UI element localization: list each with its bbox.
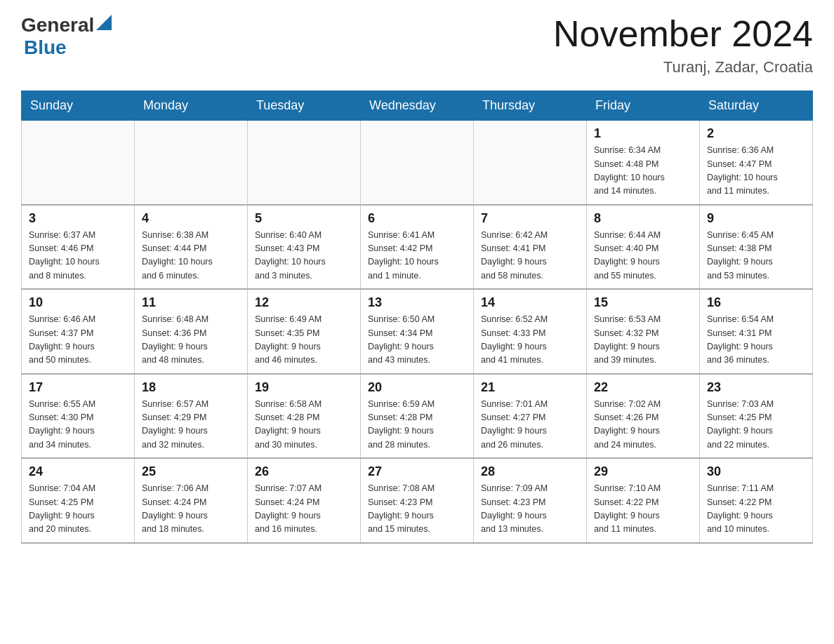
day-number: 23: [707, 380, 805, 395]
day-number: 4: [142, 211, 240, 226]
calendar-cell: [135, 121, 248, 205]
calendar-cell: 25Sunrise: 7:06 AMSunset: 4:24 PMDayligh…: [135, 458, 248, 543]
calendar-cell: 20Sunrise: 6:59 AMSunset: 4:28 PMDayligh…: [361, 374, 474, 459]
day-info: Sunrise: 6:50 AMSunset: 4:34 PMDaylight:…: [368, 313, 466, 368]
calendar-cell: 5Sunrise: 6:40 AMSunset: 4:43 PMDaylight…: [248, 205, 361, 290]
day-number: 19: [255, 380, 353, 395]
day-info: Sunrise: 6:38 AMSunset: 4:44 PMDaylight:…: [142, 229, 240, 283]
calendar-cell: 16Sunrise: 6:54 AMSunset: 4:31 PMDayligh…: [700, 289, 813, 374]
calendar-cell: 8Sunrise: 6:44 AMSunset: 4:40 PMDaylight…: [587, 205, 700, 290]
calendar-cell: [22, 121, 135, 205]
day-number: 18: [142, 380, 240, 395]
day-number: 11: [142, 295, 240, 310]
col-header-friday: Friday: [587, 91, 700, 121]
day-info: Sunrise: 6:55 AMSunset: 4:30 PMDaylight:…: [29, 398, 127, 452]
day-info: Sunrise: 7:09 AMSunset: 4:23 PMDaylight:…: [481, 482, 579, 537]
day-number: 20: [368, 380, 466, 395]
day-info: Sunrise: 7:08 AMSunset: 4:23 PMDaylight:…: [368, 482, 466, 537]
day-number: 13: [368, 295, 466, 310]
day-number: 17: [29, 380, 127, 395]
week-row-4: 17Sunrise: 6:55 AMSunset: 4:30 PMDayligh…: [22, 374, 813, 459]
calendar-cell: 22Sunrise: 7:02 AMSunset: 4:26 PMDayligh…: [587, 374, 700, 459]
col-header-monday: Monday: [135, 91, 248, 121]
calendar-cell: 1Sunrise: 6:34 AMSunset: 4:48 PMDaylight…: [587, 121, 700, 205]
week-row-1: 1Sunrise: 6:34 AMSunset: 4:48 PMDaylight…: [22, 121, 813, 205]
calendar-cell: 28Sunrise: 7:09 AMSunset: 4:23 PMDayligh…: [474, 458, 587, 543]
calendar-cell: [361, 121, 474, 205]
day-info: Sunrise: 6:37 AMSunset: 4:46 PMDaylight:…: [29, 229, 127, 283]
calendar-cell: 17Sunrise: 6:55 AMSunset: 4:30 PMDayligh…: [22, 374, 135, 459]
day-number: 1: [594, 126, 692, 141]
title-block: November 2024 Turanj, Zadar, Croatia: [553, 14, 813, 76]
col-header-sunday: Sunday: [22, 91, 135, 121]
week-row-3: 10Sunrise: 6:46 AMSunset: 4:37 PMDayligh…: [22, 289, 813, 374]
day-number: 24: [29, 464, 127, 479]
logo-triangle-icon: [96, 15, 112, 30]
day-info: Sunrise: 6:41 AMSunset: 4:42 PMDaylight:…: [368, 229, 466, 283]
day-info: Sunrise: 6:49 AMSunset: 4:35 PMDaylight:…: [255, 313, 353, 368]
day-number: 3: [29, 211, 127, 226]
calendar-cell: 30Sunrise: 7:11 AMSunset: 4:22 PMDayligh…: [700, 458, 813, 543]
calendar-cell: 24Sunrise: 7:04 AMSunset: 4:25 PMDayligh…: [22, 458, 135, 543]
calendar-cell: 3Sunrise: 6:37 AMSunset: 4:46 PMDaylight…: [22, 205, 135, 290]
day-info: Sunrise: 6:48 AMSunset: 4:36 PMDaylight:…: [142, 313, 240, 368]
day-info: Sunrise: 7:01 AMSunset: 4:27 PMDaylight:…: [481, 398, 579, 452]
calendar-cell: 4Sunrise: 6:38 AMSunset: 4:44 PMDaylight…: [135, 205, 248, 290]
day-info: Sunrise: 6:46 AMSunset: 4:37 PMDaylight:…: [29, 313, 127, 368]
day-info: Sunrise: 6:59 AMSunset: 4:28 PMDaylight:…: [368, 398, 466, 452]
day-info: Sunrise: 7:04 AMSunset: 4:25 PMDaylight:…: [29, 482, 127, 537]
day-number: 29: [594, 464, 692, 479]
day-number: 9: [707, 211, 805, 226]
day-info: Sunrise: 7:06 AMSunset: 4:24 PMDaylight:…: [142, 482, 240, 537]
day-info: Sunrise: 7:02 AMSunset: 4:26 PMDaylight:…: [594, 398, 692, 452]
calendar-cell: 6Sunrise: 6:41 AMSunset: 4:42 PMDaylight…: [361, 205, 474, 290]
day-info: Sunrise: 6:34 AMSunset: 4:48 PMDaylight:…: [594, 144, 692, 199]
calendar-cell: 15Sunrise: 6:53 AMSunset: 4:32 PMDayligh…: [587, 289, 700, 374]
calendar-cell: 29Sunrise: 7:10 AMSunset: 4:22 PMDayligh…: [587, 458, 700, 543]
day-number: 16: [707, 295, 805, 310]
calendar-cell: 12Sunrise: 6:49 AMSunset: 4:35 PMDayligh…: [248, 289, 361, 374]
calendar-cell: 19Sunrise: 6:58 AMSunset: 4:28 PMDayligh…: [248, 374, 361, 459]
calendar-cell: 10Sunrise: 6:46 AMSunset: 4:37 PMDayligh…: [22, 289, 135, 374]
day-info: Sunrise: 6:58 AMSunset: 4:28 PMDaylight:…: [255, 398, 353, 452]
col-header-tuesday: Tuesday: [248, 91, 361, 121]
calendar-title: November 2024: [553, 14, 813, 54]
calendar-cell: [248, 121, 361, 205]
day-info: Sunrise: 6:42 AMSunset: 4:41 PMDaylight:…: [481, 229, 579, 283]
day-info: Sunrise: 6:53 AMSunset: 4:32 PMDaylight:…: [594, 313, 692, 368]
day-number: 12: [255, 295, 353, 310]
calendar-cell: 27Sunrise: 7:08 AMSunset: 4:23 PMDayligh…: [361, 458, 474, 543]
day-number: 22: [594, 380, 692, 395]
day-info: Sunrise: 6:45 AMSunset: 4:38 PMDaylight:…: [707, 229, 805, 283]
week-row-2: 3Sunrise: 6:37 AMSunset: 4:46 PMDaylight…: [22, 205, 813, 290]
day-info: Sunrise: 6:54 AMSunset: 4:31 PMDaylight:…: [707, 313, 805, 368]
calendar-cell: 18Sunrise: 6:57 AMSunset: 4:29 PMDayligh…: [135, 374, 248, 459]
calendar-cell: 13Sunrise: 6:50 AMSunset: 4:34 PMDayligh…: [361, 289, 474, 374]
logo-blue: Blue: [24, 36, 67, 58]
day-number: 8: [594, 211, 692, 226]
day-info: Sunrise: 7:07 AMSunset: 4:24 PMDaylight:…: [255, 482, 353, 537]
calendar-cell: 23Sunrise: 7:03 AMSunset: 4:25 PMDayligh…: [700, 374, 813, 459]
calendar-subtitle: Turanj, Zadar, Croatia: [553, 58, 813, 76]
calendar-cell: 9Sunrise: 6:45 AMSunset: 4:38 PMDaylight…: [700, 205, 813, 290]
day-number: 10: [29, 295, 127, 310]
calendar-cell: 26Sunrise: 7:07 AMSunset: 4:24 PMDayligh…: [248, 458, 361, 543]
day-number: 28: [481, 464, 579, 479]
calendar-cell: 2Sunrise: 6:36 AMSunset: 4:47 PMDaylight…: [700, 121, 813, 205]
day-number: 26: [255, 464, 353, 479]
day-info: Sunrise: 6:57 AMSunset: 4:29 PMDaylight:…: [142, 398, 240, 452]
day-info: Sunrise: 7:03 AMSunset: 4:25 PMDaylight:…: [707, 398, 805, 452]
day-number: 30: [707, 464, 805, 479]
day-info: Sunrise: 6:36 AMSunset: 4:47 PMDaylight:…: [707, 144, 805, 199]
day-number: 2: [707, 126, 805, 141]
calendar-cell: [474, 121, 587, 205]
col-header-wednesday: Wednesday: [361, 91, 474, 121]
day-info: Sunrise: 7:11 AMSunset: 4:22 PMDaylight:…: [707, 482, 805, 537]
calendar-cell: 11Sunrise: 6:48 AMSunset: 4:36 PMDayligh…: [135, 289, 248, 374]
col-header-saturday: Saturday: [700, 91, 813, 121]
calendar-cell: 14Sunrise: 6:52 AMSunset: 4:33 PMDayligh…: [474, 289, 587, 374]
logo: General Blue: [21, 14, 112, 59]
day-info: Sunrise: 6:44 AMSunset: 4:40 PMDaylight:…: [594, 229, 692, 283]
calendar-cell: 7Sunrise: 6:42 AMSunset: 4:41 PMDaylight…: [474, 205, 587, 290]
day-number: 27: [368, 464, 466, 479]
